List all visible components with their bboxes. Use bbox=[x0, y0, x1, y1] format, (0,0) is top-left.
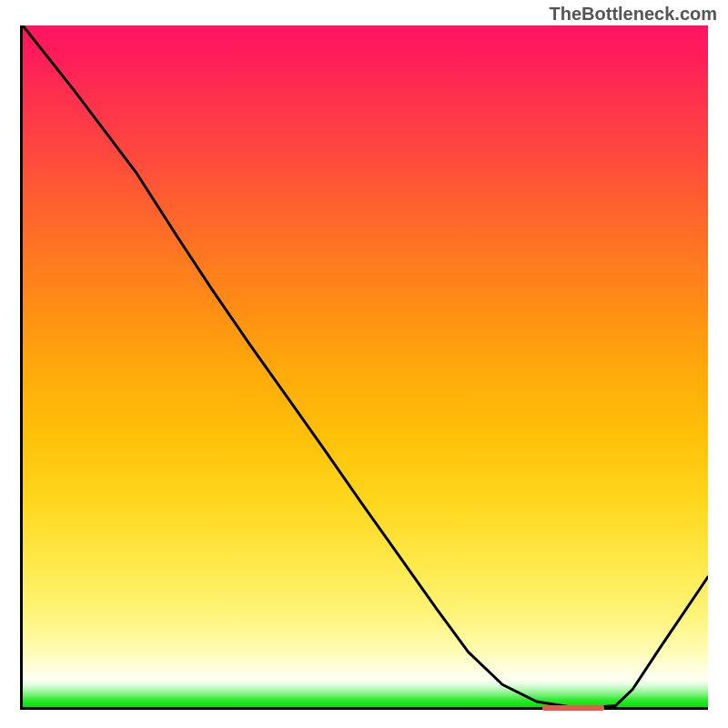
watermark-text: TheBottleneck.com bbox=[550, 4, 717, 25]
gradient-background bbox=[23, 25, 708, 707]
chart-container: TheBottleneck.com bbox=[0, 0, 728, 728]
minimum-marker bbox=[542, 705, 604, 711]
plot-area bbox=[20, 25, 708, 710]
